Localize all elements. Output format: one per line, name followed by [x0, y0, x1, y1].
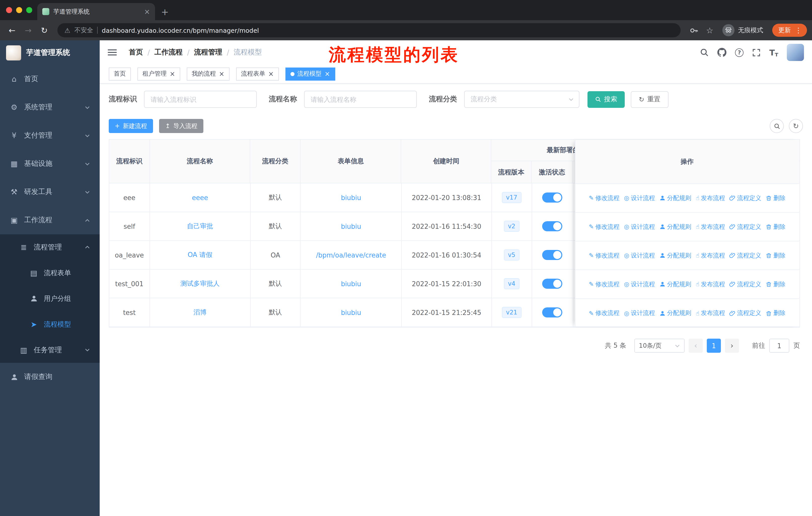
sidebar-item-dev-tools[interactable]: ⚒ 研发工具 [0, 178, 100, 206]
sidebar-item-process-form[interactable]: ▤ 流程表单 [0, 260, 100, 286]
action-design-process[interactable]: ◎设计流程 [624, 222, 655, 231]
action-design-process[interactable]: ◎设计流程 [624, 280, 655, 289]
next-page-button[interactable]: › [725, 338, 739, 353]
form-info-link[interactable]: /bpm/oa/leave/create [316, 251, 386, 259]
form-info-link[interactable]: biubiu [341, 309, 361, 316]
bookmark-star-icon[interactable]: ☆ [706, 25, 713, 35]
breadcrumb-workflow[interactable]: 工作流程 [154, 48, 182, 57]
sidebar-item-workflow[interactable]: ▣ 工作流程 [0, 206, 100, 234]
tag-process-model[interactable]: 流程模型 × [285, 67, 335, 80]
action-process-definition[interactable]: 流程定义 [730, 280, 761, 289]
action-assign-rules[interactable]: 分配规则 [660, 280, 691, 289]
tab-close-icon[interactable]: × [144, 7, 150, 16]
sidebar-item-user-group[interactable]: 用户分组 [0, 286, 100, 311]
action-process-definition[interactable]: 流程定义 [730, 309, 761, 318]
reset-button[interactable]: ↻ 重置 [631, 91, 669, 108]
process-name-link[interactable]: 测试多审批人 [180, 279, 220, 288]
forward-button[interactable]: → [21, 23, 35, 37]
action-edit-process[interactable]: ✎修改流程 [589, 194, 619, 202]
font-size-icon[interactable]: TT [770, 48, 779, 57]
sidebar-item-payment-management[interactable]: ¥ 支付管理 [0, 121, 100, 150]
active-toggle[interactable] [542, 307, 562, 318]
action-publish-process[interactable]: ☝发布流程 [696, 251, 725, 260]
menu-fold-icon[interactable] [108, 48, 117, 57]
action-process-definition[interactable]: 流程定义 [730, 251, 761, 260]
window-minimize-button[interactable] [16, 7, 22, 13]
sidebar-item-home[interactable]: ⌂ 首页 [0, 65, 100, 93]
window-zoom-button[interactable] [26, 7, 32, 13]
action-process-definition[interactable]: 流程定义 [730, 194, 761, 202]
github-icon[interactable] [718, 48, 727, 57]
action-design-process[interactable]: ◎设计流程 [624, 194, 655, 202]
browser-menu-icon[interactable]: ⋮ [795, 26, 802, 34]
new-tab-button[interactable]: + [161, 6, 169, 17]
category-select[interactable]: 流程分类 [464, 91, 579, 108]
page-1-button[interactable]: 1 [707, 338, 721, 353]
active-toggle[interactable] [542, 192, 562, 202]
action-publish-process[interactable]: ☝发布流程 [696, 309, 725, 318]
sidebar-item-process-management[interactable]: ≣ 流程管理 [0, 234, 100, 260]
action-publish-process[interactable]: ☝发布流程 [696, 194, 725, 202]
action-assign-rules[interactable]: 分配规则 [660, 194, 691, 202]
action-delete[interactable]: 删除 [766, 251, 786, 260]
sidebar-item-infrastructure[interactable]: ▦ 基础设施 [0, 150, 100, 178]
action-delete[interactable]: 删除 [766, 222, 786, 231]
page-size-select[interactable]: 10条/页 [634, 338, 685, 353]
tag-home[interactable]: 首页 [109, 67, 131, 80]
fullscreen-icon[interactable] [752, 48, 761, 57]
action-edit-process[interactable]: ✎修改流程 [589, 280, 619, 289]
action-publish-process[interactable]: ☝发布流程 [696, 280, 725, 289]
import-process-button[interactable]: ↥ 导入流程 [159, 119, 203, 133]
action-process-definition[interactable]: 流程定义 [730, 222, 761, 231]
process-name-input[interactable] [304, 91, 417, 108]
action-edit-process[interactable]: ✎修改流程 [589, 309, 619, 318]
search-icon[interactable] [700, 48, 709, 57]
close-icon[interactable]: × [324, 71, 330, 77]
process-name-link[interactable]: 滔博 [193, 308, 206, 317]
action-edit-process[interactable]: ✎修改流程 [589, 251, 619, 260]
action-design-process[interactable]: ◎设计流程 [624, 309, 655, 318]
browser-tab[interactable]: 芋道管理系统 × [37, 3, 155, 20]
active-toggle[interactable] [542, 279, 562, 289]
action-assign-rules[interactable]: 分配规则 [660, 309, 691, 318]
sidebar-item-system-management[interactable]: ⚙ 系统管理 [0, 93, 100, 121]
tag-tenant-management[interactable]: 租户管理 × [138, 67, 180, 80]
form-info-link[interactable]: biubiu [341, 222, 361, 230]
action-assign-rules[interactable]: 分配规则 [660, 222, 691, 231]
form-info-link[interactable]: biubiu [341, 194, 361, 201]
address-bar[interactable]: ⚠ 不安全 dashboard.yudao.iocoder.cn/bpm/man… [57, 23, 680, 37]
chrome-update-button[interactable]: 更新 ⋮ [772, 24, 807, 37]
back-button[interactable]: ← [5, 23, 19, 37]
tag-my-process[interactable]: 我的流程 × [187, 67, 230, 80]
close-icon[interactable]: × [268, 71, 274, 77]
reload-button[interactable]: ↻ [37, 23, 51, 37]
create-process-button[interactable]: + 新建流程 [109, 119, 153, 133]
help-icon[interactable]: ? [735, 48, 744, 57]
action-delete[interactable]: 删除 [766, 280, 786, 289]
search-button[interactable]: 搜索 [587, 91, 625, 108]
sidebar-item-leave-query[interactable]: 请假查询 [0, 363, 100, 391]
action-assign-rules[interactable]: 分配规则 [660, 251, 691, 260]
sidebar-item-process-model[interactable]: ➤ 流程模型 [0, 311, 100, 337]
process-name-link[interactable]: 自己审批 [187, 222, 213, 231]
form-info-link[interactable]: biubiu [341, 280, 361, 288]
window-close-button[interactable] [6, 7, 12, 13]
prev-page-button[interactable]: ‹ [689, 338, 703, 353]
tag-process-form[interactable]: 流程表单 × [236, 67, 279, 80]
process-name-link[interactable]: OA 请假 [187, 250, 212, 260]
goto-page-input[interactable] [769, 338, 789, 353]
action-edit-process[interactable]: ✎修改流程 [589, 222, 619, 231]
key-icon[interactable] [689, 26, 698, 34]
breadcrumb-process-management[interactable]: 流程管理 [194, 48, 222, 57]
toggle-search-button[interactable] [770, 119, 784, 133]
process-name-link[interactable]: eeee [192, 194, 208, 201]
close-icon[interactable]: × [170, 71, 175, 77]
refresh-table-button[interactable]: ↻ [789, 119, 803, 133]
close-icon[interactable]: × [219, 71, 225, 77]
action-delete[interactable]: 删除 [766, 309, 786, 318]
process-key-input[interactable] [144, 91, 257, 108]
sidebar-item-task-management[interactable]: ▥ 任务管理 [0, 337, 100, 363]
action-delete[interactable]: 删除 [766, 194, 786, 202]
user-avatar[interactable] [787, 44, 804, 61]
action-publish-process[interactable]: ☝发布流程 [696, 222, 725, 231]
